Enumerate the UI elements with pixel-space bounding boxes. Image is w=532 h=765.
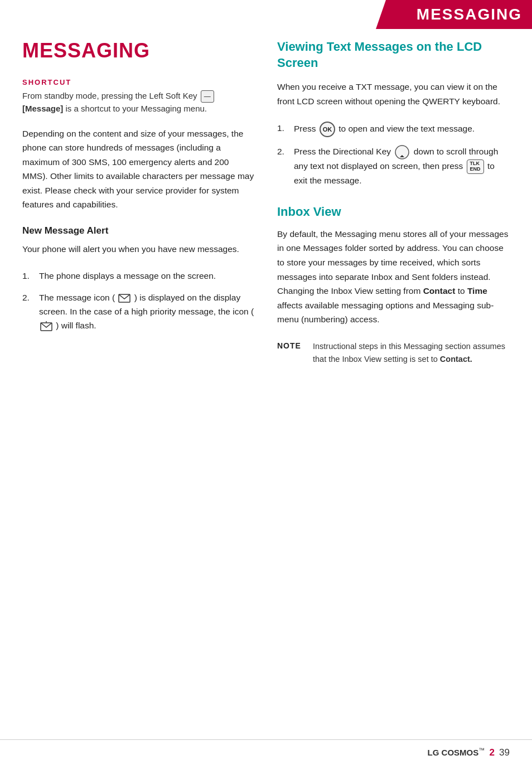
viewing-list-item-1: 1. Press OK to open and view the text me… — [277, 122, 510, 137]
list-number-2: 2. — [22, 291, 39, 305]
shortcut-label: SHORTCUT — [22, 78, 255, 86]
list-item-2: 2. The message icon ( ) is displayed on … — [22, 291, 255, 332]
main-title: MESSAGING — [22, 39, 255, 62]
viewing-list-text-1: Press OK to open and view the text messa… — [294, 122, 510, 137]
footer-text: LG COSMOS™ 2 39 — [428, 747, 510, 758]
footer-tm: ™ — [478, 747, 485, 753]
note-bold-contact: Contact. — [440, 355, 472, 364]
list-text-2-after: ) will flash. — [56, 321, 96, 330]
note-box: NOTE Instructional steps in this Messagi… — [277, 340, 510, 366]
footer-num: 2 — [489, 747, 494, 758]
footer-page: 39 — [499, 747, 510, 758]
left-column: MESSAGING SHORTCUT From standby mode, pr… — [22, 39, 255, 366]
header-title: MESSAGING — [417, 6, 522, 23]
inbox-title: Inbox View — [277, 205, 510, 219]
envelope-priority-icon — [40, 321, 52, 331]
new-message-heading: New Message Alert — [22, 225, 255, 236]
inbox-paragraph-2-text: affects available messaging options and … — [277, 301, 494, 325]
directional-key-icon — [395, 145, 409, 159]
envelope-icon — [118, 294, 130, 303]
new-message-intro: Your phone will alert you when you have … — [22, 242, 255, 256]
viewing-text-1-after: to open and view the text message. — [338, 124, 475, 133]
viewing-text-1-before: Press — [294, 124, 316, 133]
viewing-title: Viewing Text Messages on the LCD Screen — [277, 39, 510, 71]
soft-key-icon: — — [201, 90, 214, 103]
shortcut-text-2: is a shortcut to your Messaging menu. — [66, 104, 207, 113]
body-paragraph: Depending on the content and size of you… — [22, 127, 255, 212]
ok-button-icon: OK — [320, 122, 335, 137]
page-content: MESSAGING SHORTCUT From standby mode, pr… — [0, 0, 532, 399]
list-number-1: 1. — [22, 269, 39, 283]
list-text-2-before: The message icon ( — [39, 293, 115, 302]
footer-brand: LG COSMOS — [428, 748, 479, 757]
note-text: Instructional steps in this Messaging se… — [313, 340, 510, 366]
shortcut-text: From standby mode, pressing the Left Sof… — [22, 90, 255, 115]
footer: LG COSMOS™ 2 39 — [0, 739, 532, 765]
viewing-list-text-2: Press the Directional Key down to scroll… — [294, 145, 510, 188]
viewing-list-item-2: 2. Press the Directional Key down to scr… — [277, 145, 510, 188]
note-label: NOTE — [277, 340, 305, 350]
inbox-paragraph: By default, the Messaging menu stores al… — [277, 227, 510, 327]
viewing-list-number-2: 2. — [277, 145, 294, 159]
end-key-icon: TLK END — [467, 159, 484, 174]
note-text-content: Instructional steps in this Messaging se… — [313, 342, 505, 364]
inbox-time-bold: Time — [467, 286, 487, 296]
list-text-2: The message icon ( ) is displayed on the… — [39, 291, 255, 332]
list-text-1: The phone displays a message on the scre… — [39, 269, 255, 283]
inbox-contact-bold: Contact — [423, 286, 456, 296]
viewing-list-number-1: 1. — [277, 122, 294, 135]
shortcut-bracket: [Message] — [22, 104, 63, 113]
list-item-1: 1. The phone displays a message on the s… — [22, 269, 255, 283]
viewing-text-2-before: Press the Directional Key — [294, 147, 391, 156]
viewing-intro: When you receive a TXT message, you can … — [277, 80, 510, 108]
header-banner: MESSAGING — [376, 0, 532, 29]
shortcut-text-1: From standby mode, pressing the Left Sof… — [22, 91, 197, 100]
right-column: Viewing Text Messages on the LCD Screen … — [277, 39, 510, 366]
